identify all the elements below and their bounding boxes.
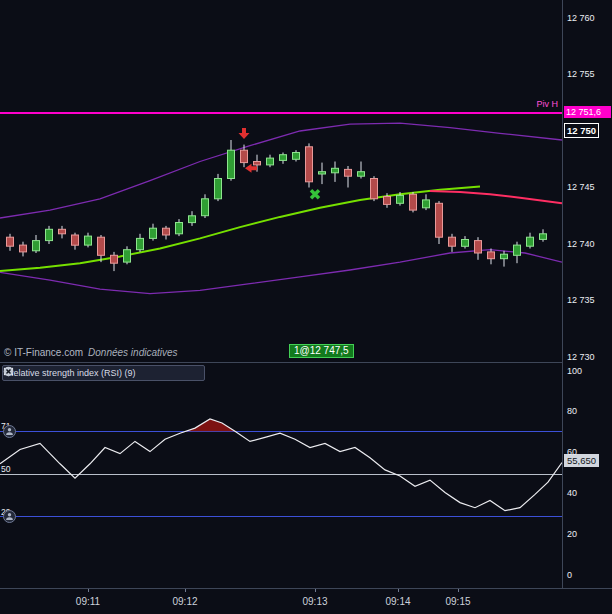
candle-up: [527, 237, 534, 246]
level-drag-handle-icon[interactable]: [3, 425, 16, 438]
time-axis-label: 09:14: [385, 596, 410, 607]
alert-bell-icon[interactable]: [172, 367, 184, 379]
candle-up: [33, 241, 40, 251]
time-tick: [315, 589, 316, 592]
price-axis-label: 12 735: [567, 295, 595, 306]
candle-up: [46, 229, 53, 240]
copyright-notice: © IT-Finance.comDonnées indicatives: [4, 347, 178, 358]
rsi-axis-label: 20: [567, 529, 577, 540]
time-tick: [88, 589, 89, 592]
rsi-axis-label: 80: [567, 406, 577, 417]
upper-bollinger-band[interactable]: [0, 123, 562, 218]
candle-down: [72, 235, 79, 245]
candle-up: [501, 254, 508, 259]
wrench-icon[interactable]: [140, 367, 152, 379]
price-scale-axis[interactable]: 12 751,6 12 750 55,650 12 76012 75512 74…: [562, 0, 612, 588]
candle-down: [449, 237, 456, 246]
price-axis-label: 12 755: [567, 69, 595, 80]
candle-up: [124, 250, 131, 262]
highlighted-price-label: 12 750: [564, 123, 599, 138]
rsi-axis-label: 60: [567, 447, 577, 458]
rsi-chart[interactable]: [0, 363, 562, 588]
candle-up: [137, 238, 144, 249]
price-axis-label: 12 745: [567, 182, 595, 193]
rsi-overbought-area: [186, 419, 235, 431]
trading-platform-chart: Piv H 1@12 747,5 © IT-Finance.comDonnées…: [0, 0, 612, 614]
moving-average-pink[interactable]: [430, 191, 562, 203]
candle-up: [228, 150, 235, 178]
candle-down: [111, 255, 118, 263]
price-axis-label: 12 760: [567, 13, 595, 24]
candle-down: [7, 237, 14, 246]
candle-up: [267, 158, 274, 165]
moving-average-green[interactable]: [0, 186, 480, 271]
time-tick: [398, 589, 399, 592]
time-axis-label: 09:15: [445, 596, 470, 607]
candle-up: [319, 172, 326, 174]
candle-up: [514, 245, 521, 255]
rsi-axis-label: 100: [567, 366, 582, 377]
rsi-axis-label: 40: [567, 488, 577, 499]
candle-up: [293, 153, 300, 160]
candle-up: [358, 172, 365, 177]
price-chart-pane[interactable]: Piv H 1@12 747,5 © IT-Finance.comDonnées…: [0, 0, 562, 362]
time-axis-label: 09:11: [76, 596, 100, 607]
rsi-indicator-label[interactable]: Relative strength index (RSI) (9): [7, 368, 136, 378]
close-icon[interactable]: [188, 367, 200, 379]
open-position-badge[interactable]: 1@12 747,5: [289, 344, 354, 358]
time-axis-label: 09:13: [302, 596, 327, 607]
rsi-header-bar: Relative strength index (RSI) (9): [2, 365, 205, 381]
rsi-axis-label: 0: [567, 570, 572, 581]
exit-cross-icon: [311, 190, 319, 198]
candle-up: [176, 223, 183, 234]
pivot-line-label: Piv H: [536, 99, 558, 109]
candle-up: [85, 236, 92, 245]
price-axis-label: 12 730: [567, 352, 595, 363]
candle-up: [189, 216, 196, 223]
candle-down: [163, 228, 170, 235]
level-drag-handle-icon[interactable]: [3, 510, 16, 523]
candle-down: [436, 203, 443, 237]
candle-up: [397, 195, 404, 203]
rsi-level-label-50: 50: [1, 464, 10, 474]
time-scale-axis[interactable]: 09:1109:1209:1309:1409:15: [0, 588, 612, 614]
copyright-text: © IT-Finance.com: [4, 347, 83, 358]
candle-down: [410, 194, 417, 210]
sell-signal-arrow-icon: [239, 128, 250, 139]
candle-down: [345, 169, 352, 176]
candle-up: [332, 168, 339, 173]
disclaimer-text: Données indicatives: [88, 347, 178, 358]
snapshot-icon[interactable]: [156, 367, 168, 379]
candle-down: [384, 197, 391, 205]
pivot-price-badge: 12 751,6: [564, 106, 611, 118]
candle-down: [306, 147, 313, 182]
candle-up: [150, 228, 157, 238]
candle-down: [59, 229, 66, 234]
time-tick: [185, 589, 186, 592]
candle-down: [98, 237, 105, 255]
time-axis-label: 09:12: [172, 596, 197, 607]
rsi-indicator-pane[interactable]: Relative strength index (RSI) (9) 715029: [0, 362, 562, 588]
candle-up: [280, 155, 287, 161]
candle-down: [20, 245, 27, 252]
candlestick-chart[interactable]: [0, 0, 562, 362]
time-tick: [458, 589, 459, 592]
candle-down: [475, 241, 482, 253]
candle-up: [540, 234, 547, 240]
candle-up: [423, 200, 430, 208]
rsi-line[interactable]: [0, 419, 562, 511]
candle-up: [202, 199, 209, 216]
candle-down: [254, 162, 261, 165]
candle-up: [215, 179, 222, 199]
candle-down: [371, 179, 378, 199]
candle-down: [241, 150, 248, 162]
price-axis-label: 12 740: [567, 239, 595, 250]
candle-up: [462, 240, 469, 247]
candle-down: [488, 252, 495, 259]
